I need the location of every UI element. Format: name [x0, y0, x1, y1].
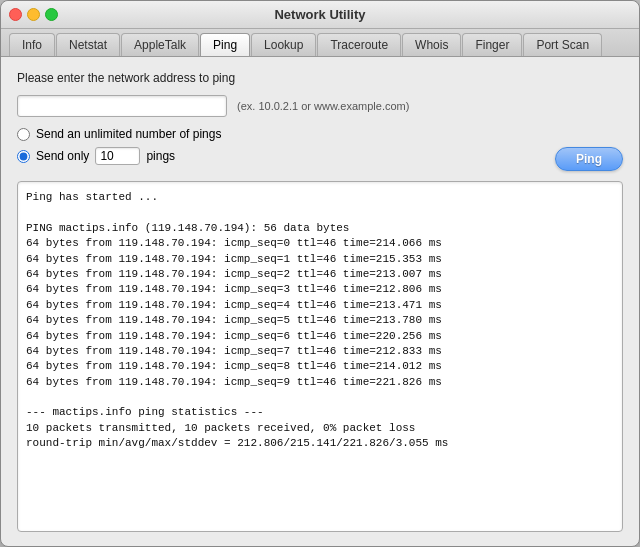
tab-lookup[interactable]: Lookup — [251, 33, 316, 56]
title-bar: Network Utility — [1, 1, 639, 29]
tabs-bar: Info Netstat AppleTalk Ping Lookup Trace… — [1, 29, 639, 57]
unlimited-radio[interactable] — [17, 128, 30, 141]
address-row: (ex. 10.0.2.1 or www.example.com) — [17, 95, 623, 117]
tab-finger[interactable]: Finger — [462, 33, 522, 56]
window-title: Network Utility — [274, 7, 365, 22]
window-controls — [9, 8, 58, 21]
address-label: Please enter the network address to ping — [17, 71, 623, 85]
tab-whois[interactable]: Whois — [402, 33, 461, 56]
close-button[interactable] — [9, 8, 22, 21]
maximize-button[interactable] — [45, 8, 58, 21]
ping-button-row: Ping — [17, 147, 623, 171]
tab-traceroute[interactable]: Traceroute — [317, 33, 401, 56]
main-window: Network Utility Info Netstat AppleTalk P… — [0, 0, 640, 547]
tab-info[interactable]: Info — [9, 33, 55, 56]
minimize-button[interactable] — [27, 8, 40, 21]
unlimited-label: Send an unlimited number of pings — [36, 127, 221, 141]
tab-portscan[interactable]: Port Scan — [523, 33, 602, 56]
ping-output: Ping has started ... PING mactips.info (… — [17, 181, 623, 532]
ping-button[interactable]: Ping — [555, 147, 623, 171]
tab-ping[interactable]: Ping — [200, 33, 250, 56]
tab-netstat[interactable]: Netstat — [56, 33, 120, 56]
tab-appletalk[interactable]: AppleTalk — [121, 33, 199, 56]
address-hint: (ex. 10.0.2.1 or www.example.com) — [237, 100, 409, 112]
ping-content: Please enter the network address to ping… — [1, 57, 639, 546]
address-input[interactable] — [17, 95, 227, 117]
unlimited-radio-row: Send an unlimited number of pings — [17, 127, 623, 141]
